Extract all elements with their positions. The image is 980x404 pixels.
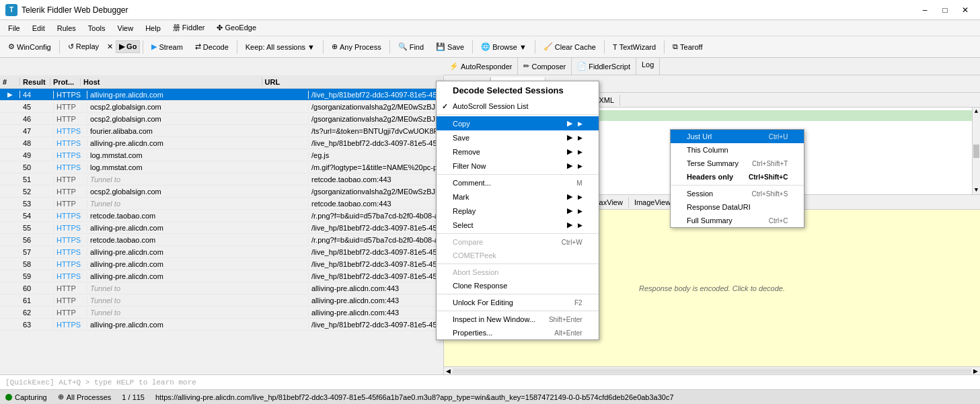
- find-button[interactable]: 🔍 Find: [393, 41, 429, 52]
- table-row[interactable]: 60 HTTP Tunnel to alliving-pre.alicdn.co…: [0, 282, 443, 294]
- tab-autoresponder[interactable]: ⚡AutoResponder: [444, 58, 518, 75]
- ctx-unlock[interactable]: Unlock For Editing F2: [437, 296, 599, 309]
- maximize-button[interactable]: □: [936, 3, 954, 17]
- save-button[interactable]: 💾 Save: [430, 41, 469, 52]
- menu-fiddler[interactable]: 册 Fiddler: [167, 22, 211, 34]
- clear-cache-button[interactable]: 🧹 Clear Cache: [538, 41, 601, 52]
- stream-button[interactable]: ▶ Stream: [146, 41, 188, 52]
- decode-button[interactable]: ⇄ Decode: [190, 41, 234, 52]
- table-row[interactable]: 59 HTTPS alliving-pre.alicdn.com /live_h…: [0, 270, 443, 282]
- textwizard-icon: T: [613, 43, 617, 51]
- table-row[interactable]: 51 HTTP Tunnel to retcode.taobao.com:443: [0, 173, 443, 186]
- table-row[interactable]: 52 HTTP ocsp2.globalsign.com /gsorganiza…: [0, 186, 443, 198]
- replay-button[interactable]: ↺ Replay: [63, 41, 104, 52]
- submenu-session[interactable]: Session Ctrl+Shift+S: [671, 187, 804, 200]
- row-num: 54: [20, 212, 54, 220]
- ctx-copy[interactable]: Copy ▶: [437, 116, 599, 130]
- ctx-save[interactable]: Save ▶: [437, 130, 599, 145]
- ctx-properties-label: Properties...: [453, 329, 492, 337]
- table-row[interactable]: 55 HTTPS alliving-pre.alicdn.com /live_h…: [0, 222, 443, 234]
- table-row[interactable]: 58 HTTPS alliving-pre.alicdn.com /live_h…: [0, 258, 443, 270]
- table-row[interactable]: 56 HTTPS retcode.taobao.com /r.png?f=b&u…: [0, 234, 443, 246]
- submenu-full-summary[interactable]: Full Summary Ctrl+C: [671, 214, 804, 227]
- menu-geoedge[interactable]: ✤ GeoEdge: [211, 22, 262, 34]
- tab-log[interactable]: Log: [636, 58, 660, 75]
- table-row[interactable]: ▶ 44 HTTPS alliving-pre.alicdn.com /live…: [0, 89, 443, 101]
- row-prot: HTTPS: [54, 236, 87, 244]
- menu-help[interactable]: Help: [140, 23, 166, 34]
- submenu-response-datauri[interactable]: Response DataURI: [671, 200, 804, 214]
- ctx-autoscroll[interactable]: ✓ AutoScroll Session List: [437, 99, 599, 113]
- browse-button[interactable]: 🌐 Browse ▼: [476, 41, 532, 52]
- table-row[interactable]: 49 HTTPS log.mmstat.com /eg.js: [0, 149, 443, 161]
- submenu-terse-summary[interactable]: Terse Summary Ctrl+Shift+T: [671, 157, 804, 170]
- submenu-headers-only[interactable]: Headers only Ctrl+Shift+C: [671, 170, 804, 184]
- submenu-this-column[interactable]: This Column: [671, 143, 804, 157]
- table-row[interactable]: 53 HTTP Tunnel to retcode.taobao.com:443: [0, 198, 443, 210]
- table-row[interactable]: 48 HTTPS alliving-pre.alicdn.com /live_h…: [0, 137, 443, 149]
- submenu-just-url-shortcut: Ctrl+U: [769, 133, 788, 140]
- row-prot: HTTP: [54, 200, 87, 208]
- save-icon: 💾: [436, 42, 445, 51]
- ctx-comment[interactable]: Comment... M: [437, 176, 599, 190]
- go-button[interactable]: ▶ Go: [116, 40, 140, 53]
- table-row[interactable]: 54 HTTPS retcode.taobao.com /r.png?f=b&u…: [0, 210, 443, 222]
- quickexec-text[interactable]: [QuickExec] ALT+Q > type HELP to learn m…: [5, 378, 196, 387]
- ctx-decode-label: Decode Selected Sessions: [453, 85, 564, 95]
- tab-fiddlerscript[interactable]: 📄FiddlerScript: [572, 58, 636, 75]
- ctx-decode-selected[interactable]: Decode Selected Sessions: [437, 81, 599, 99]
- submenu-just-url[interactable]: Just Url Ctrl+U: [671, 130, 804, 143]
- any-process-button[interactable]: ⊕ Any Process: [326, 41, 387, 52]
- ctx-clone[interactable]: Clone Response: [437, 279, 599, 292]
- row-host: alliving-pre.alicdn.com: [87, 139, 309, 147]
- ctx-mark[interactable]: Mark ▶: [437, 190, 599, 204]
- minimize-button[interactable]: –: [915, 3, 934, 17]
- quickexec-bar: [QuickExec] ALT+Q > type HELP to learn m…: [0, 374, 980, 389]
- col-num[interactable]: #: [0, 78, 20, 86]
- context-menu: Decode Selected Sessions ✓ AutoScroll Se…: [436, 81, 599, 340]
- winconfig-button[interactable]: ⚙ WinConfig: [3, 41, 56, 52]
- submenu-full-summary-label: Full Summary: [687, 216, 732, 225]
- ctx-properties[interactable]: Properties... Alt+Enter: [437, 326, 599, 339]
- table-row[interactable]: 45 HTTP ocsp2.globalsign.com /gsorganiza…: [0, 101, 443, 113]
- titlebar: T Telerik Fiddler Web Debugger – □ ✕: [0, 0, 980, 20]
- menu-tools[interactable]: Tools: [83, 23, 111, 34]
- menu-edit[interactable]: Edit: [27, 23, 50, 34]
- ctx-cometpeek-label: COMETPeek: [453, 251, 496, 259]
- ctx-select[interactable]: Select ▶: [437, 218, 599, 232]
- keep-button[interactable]: Keep: All sessions ▼: [240, 42, 320, 52]
- ctx-replay[interactable]: Replay ▶: [437, 204, 599, 218]
- col-url[interactable]: URL: [262, 78, 444, 86]
- ctx-remove[interactable]: Remove ▶: [437, 145, 599, 159]
- ctx-filter-now[interactable]: Filter Now ▶: [437, 159, 599, 173]
- ctx-inspect-new[interactable]: Inspect in New Window... Shift+Enter: [437, 313, 599, 326]
- close-button[interactable]: ✕: [956, 3, 975, 17]
- tearoff-button[interactable]: ⧉ Tearoff: [667, 41, 708, 52]
- row-num: 53: [20, 200, 54, 208]
- row-num: 61: [20, 296, 54, 305]
- menu-view[interactable]: View: [112, 23, 139, 34]
- col-prot[interactable]: Prot...: [50, 78, 81, 86]
- table-row[interactable]: 62 HTTP Tunnel to alliving-pre.alicdn.co…: [0, 307, 443, 319]
- menu-rules[interactable]: Rules: [52, 23, 81, 34]
- table-row[interactable]: 47 HTTPS fourier.alibaba.com /ts?url=&to…: [0, 125, 443, 137]
- col-result[interactable]: Result: [20, 78, 50, 86]
- browse-dropdown-icon: ▼: [519, 43, 527, 51]
- textwizard-button[interactable]: T TextWizard: [607, 42, 661, 52]
- col-host[interactable]: Host: [81, 78, 262, 86]
- bottom-scrollbar[interactable]: ◀ ▶: [444, 366, 980, 374]
- capture-status: Capturing: [5, 393, 47, 401]
- table-row[interactable]: 63 HTTPS alliving-pre.alicdn.com /live_h…: [0, 319, 443, 331]
- menu-file[interactable]: File: [3, 23, 26, 34]
- table-row[interactable]: 46 HTTP ocsp2.globalsign.com /gsorganiza…: [0, 113, 443, 125]
- tab-composer[interactable]: ✏Composer: [518, 58, 572, 75]
- row-url: /gsorganizationvalsha2g2/ME0wSzBJMEcwRTA…: [309, 103, 443, 111]
- row-url: /live_hp/81bebf72-ddc3-4097-81e5-45f66a1…: [309, 321, 443, 329]
- submenu-session-label: Session: [687, 190, 713, 198]
- ctx-compare-label: Compare: [453, 238, 483, 246]
- table-row[interactable]: 50 HTTPS log.mmstat.com /m.gif?logtype=1…: [0, 161, 443, 173]
- table-row[interactable]: 57 HTTPS alliving-pre.alicdn.com /live_h…: [0, 246, 443, 258]
- right-scrollbar[interactable]: ▲ ▼: [972, 108, 980, 194]
- table-row[interactable]: 61 HTTP Tunnel to alliving-pre.alicdn.co…: [0, 294, 443, 307]
- row-prot: HTTP: [54, 103, 87, 111]
